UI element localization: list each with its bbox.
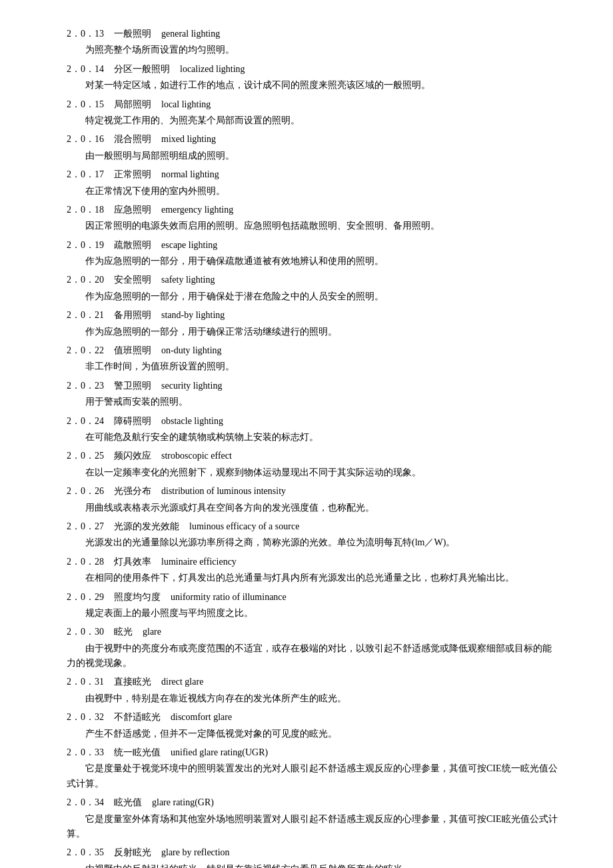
entry-number: 2．0．30 <box>67 625 104 639</box>
entry-title-row: 2．0．28 灯具效率 luminaire efficiency <box>67 555 560 569</box>
entry-chinese-term: 照度均匀度 <box>114 590 161 605</box>
entry-description: 非工作时间，为值班所设置的照明。 <box>67 359 560 374</box>
list-item: 2．0．27 光源的发光效能 luminous efficacy of a so… <box>67 519 560 551</box>
entry-title-row: 2．0．15 局部照明 local lighting <box>67 97 560 112</box>
entry-title-row: 2．0．33 统一眩光值 unified glare rating(UGR) <box>67 745 560 760</box>
entry-english-term: emergency lighting <box>161 203 233 217</box>
entry-title-row: 2．0．20 安全照明 safety lighting <box>67 273 560 287</box>
entry-chinese-term: 局部照明 <box>114 97 151 112</box>
entry-chinese-term: 混合照明 <box>114 132 151 147</box>
entry-description: 用于警戒而安装的照明。 <box>67 395 560 409</box>
entry-title-row: 2．0．32 不舒适眩光 discomfort glare <box>67 710 560 725</box>
entry-description: 由一般照明与局部照明组成的照明。 <box>67 149 560 163</box>
list-item: 2．0．31 直接眩光 direct glare由视野中，特别是在靠近视线方向存… <box>67 675 560 706</box>
entry-chinese-term: 眩光值 <box>114 795 142 810</box>
list-item: 2．0．22 值班照明 on-duty lighting非工作时间，为值班所设置… <box>67 343 560 375</box>
list-item: 2．0．16 混合照明 mixed lighting由一般照明与局部照明组成的照… <box>67 132 560 163</box>
entry-english-term: glare <box>143 625 161 639</box>
entry-number: 2．0．16 <box>67 132 104 147</box>
entry-description: 光源发出的光通量除以光源功率所得之商，简称光源的光效。单位为流明每瓦特(lm／W… <box>67 535 560 550</box>
entry-title-row: 2．0．29 照度均匀度 uniformity ratio of illumin… <box>67 590 560 605</box>
entry-title-row: 2．0．16 混合照明 mixed lighting <box>67 132 560 147</box>
entry-description: 特定视觉工作用的、为照亮某个局部而设置的照明。 <box>67 113 560 128</box>
entry-title-row: 2．0．14 分区一般照明 localized lighting <box>67 62 560 77</box>
entry-description: 用曲线或表格表示光源或灯具在空间各方向的发光强度值，也称配光。 <box>67 501 560 515</box>
entry-number: 2．0．24 <box>67 414 104 429</box>
entry-number: 2．0．31 <box>67 675 104 689</box>
list-item: 2．0．34 眩光值 glare rating(GR)它是度量室外体育场和其他室… <box>67 795 560 841</box>
list-item: 2．0．30 眩光 glare由于视野中的亮度分布或亮度范围的不适宜，或存在极端… <box>67 625 560 671</box>
entry-english-term: obstacle lighting <box>161 414 223 429</box>
entry-chinese-term: 灯具效率 <box>114 555 151 569</box>
entry-english-term: on-duty lighting <box>161 343 222 358</box>
entry-description: 在相同的使用条件下，灯具发出的总光通量与灯具内所有光源发出的总光通量之比，也称灯… <box>67 571 560 585</box>
entry-english-term: escape lighting <box>161 238 217 253</box>
list-item: 2．0．33 统一眩光值 unified glare rating(UGR)它是… <box>67 745 560 791</box>
entry-chinese-term: 安全照明 <box>114 273 151 287</box>
entry-title-row: 2．0．22 值班照明 on-duty lighting <box>67 343 560 358</box>
entry-description: 在可能危及航行安全的建筑物或构筑物上安装的标志灯。 <box>67 430 560 445</box>
entry-number: 2．0．15 <box>67 97 104 112</box>
entry-number: 2．0．18 <box>67 203 104 217</box>
entry-number: 2．0．14 <box>67 62 104 77</box>
entry-description: 为照亮整个场所而设置的均匀照明。 <box>67 43 560 57</box>
entry-title-row: 2．0．23 警卫照明 security lighting <box>67 379 560 393</box>
entry-title-row: 2．0．26 光强分布 distribution of luminous int… <box>67 484 560 499</box>
entry-chinese-term: 不舒适眩光 <box>114 710 161 725</box>
entry-english-term: mixed lighting <box>161 132 216 147</box>
entry-description: 它是度量室外体育场和其他室外场地照明装置对人眼引起不舒适感主观反应的心理参量，其… <box>67 812 560 842</box>
entry-title-row: 2．0．31 直接眩光 direct glare <box>67 675 560 689</box>
list-item: 2．0．19 疏散照明 escape lighting作为应急照明的一部分，用于… <box>67 238 560 269</box>
entry-title-row: 2．0．35 反射眩光 glare by reflection <box>67 845 560 860</box>
entry-chinese-term: 光强分布 <box>114 484 151 499</box>
entry-description: 对某一特定区域，如进行工作的地点，设计成不同的照度来照亮该区域的一般照明。 <box>67 78 560 93</box>
entry-english-term: normal lighting <box>161 167 219 182</box>
entry-title-row: 2．0．25 频闪效应 stroboscopic effect <box>67 449 560 463</box>
entry-chinese-term: 值班照明 <box>114 343 151 358</box>
entry-chinese-term: 分区一般照明 <box>114 62 170 77</box>
entry-description: 在以一定频率变化的光照射下，观察到物体运动显现出不同于其实际运动的现象。 <box>67 465 560 480</box>
entry-chinese-term: 应急照明 <box>114 203 151 217</box>
entry-number: 2．0．32 <box>67 710 104 725</box>
list-item: 2．0．18 应急照明 emergency lighting因正常照明的电源失效… <box>67 203 560 234</box>
entry-number: 2．0．25 <box>67 449 104 463</box>
entry-chinese-term: 备用照明 <box>114 308 151 323</box>
entry-english-term: discomfort glare <box>171 710 232 725</box>
entry-chinese-term: 疏散照明 <box>114 238 151 253</box>
entry-title-row: 2．0．18 应急照明 emergency lighting <box>67 203 560 217</box>
list-item: 2．0．23 警卫照明 security lighting用于警戒而安装的照明。 <box>67 379 560 410</box>
entry-english-term: stroboscopic effect <box>161 449 232 463</box>
entry-english-term: security lighting <box>161 379 222 393</box>
entry-english-term: luminaire efficiency <box>161 555 237 569</box>
entry-english-term: direct glare <box>161 675 203 689</box>
entry-description: 因正常照明的电源失效而启用的照明。应急照明包括疏散照明、安全照明、备用照明。 <box>67 219 560 233</box>
list-item: 2．0．14 分区一般照明 localized lighting对某一特定区域，… <box>67 62 560 93</box>
entry-chinese-term: 频闪效应 <box>114 449 151 463</box>
entry-number: 2．0．34 <box>67 795 104 810</box>
entry-chinese-term: 统一眩光值 <box>114 745 161 760</box>
entry-english-term: glare by reflection <box>161 845 230 860</box>
entry-description: 产生不舒适感觉，但并不一定降低视觉对象的可见度的眩光。 <box>67 727 560 741</box>
list-item: 2．0．20 安全照明 safety lighting作为应急照明的一部分，用于… <box>67 273 560 304</box>
entry-number: 2．0．19 <box>67 238 104 253</box>
list-item: 2．0．17 正常照明 normal lighting在正常情况下使用的室内外照… <box>67 167 560 199</box>
entry-chinese-term: 直接眩光 <box>114 675 151 689</box>
entry-description: 作为应急照明的一部分，用于确保正常活动继续进行的照明。 <box>67 325 560 339</box>
entry-english-term: uniformity ratio of illuminance <box>171 590 287 605</box>
list-item: 2．0．26 光强分布 distribution of luminous int… <box>67 484 560 515</box>
list-item: 2．0．13 一般照明 general lighting为照亮整个场所而设置的均… <box>67 27 560 58</box>
list-item: 2．0．15 局部照明 local lighting特定视觉工作用的、为照亮某个… <box>67 97 560 129</box>
list-item: 2．0．24 障碍照明 obstacle lighting在可能危及航行安全的建… <box>67 414 560 445</box>
entry-title-row: 2．0．13 一般照明 general lighting <box>67 27 560 41</box>
entry-number: 2．0．23 <box>67 379 104 393</box>
entry-english-term: general lighting <box>161 27 220 41</box>
entry-description: 作为应急照明的一部分，用于确保疏散通道被有效地辨认和使用的照明。 <box>67 254 560 269</box>
entry-description: 作为应急照明的一部分，用于确保处于潜在危险之中的人员安全的照明。 <box>67 289 560 304</box>
entry-chinese-term: 反射眩光 <box>114 845 151 860</box>
entry-number: 2．0．33 <box>67 745 104 760</box>
list-item: 2．0．32 不舒适眩光 discomfort glare产生不舒适感觉，但并不… <box>67 710 560 741</box>
list-item: 2．0．28 灯具效率 luminaire efficiency在相同的使用条件… <box>67 555 560 586</box>
entry-title-row: 2．0．27 光源的发光效能 luminous efficacy of a so… <box>67 519 560 534</box>
list-item: 2．0．25 频闪效应 stroboscopic effect在以一定频率变化的… <box>67 449 560 480</box>
entry-chinese-term: 障碍照明 <box>114 414 151 429</box>
